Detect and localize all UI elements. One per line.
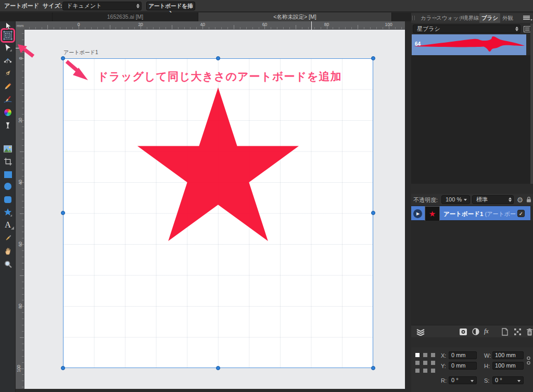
anchor-point-selector[interactable] xyxy=(415,353,435,373)
lock-icon[interactable] xyxy=(525,195,532,204)
layers-stack-icon[interactable] xyxy=(415,327,426,336)
size-label: サイズ: xyxy=(43,0,62,12)
magnifier-icon xyxy=(4,260,12,269)
blend-options-gear-icon[interactable]: ⚙ xyxy=(516,195,524,204)
s-label: S: xyxy=(484,377,489,384)
tools-toolbar: A xyxy=(0,21,16,392)
star-icon xyxy=(3,208,12,217)
brush-category-value: 星ブラシ xyxy=(417,26,440,32)
zoom-tool[interactable] xyxy=(2,258,14,270)
x-label: X: xyxy=(441,352,446,359)
color-wheel-icon xyxy=(4,108,12,117)
stepper-icon[interactable] xyxy=(509,196,512,204)
toolbar-divider xyxy=(37,3,37,9)
mask-layer-icon[interactable] xyxy=(459,327,467,336)
star-tool[interactable] xyxy=(2,207,14,218)
tab-stroke[interactable]: 境界線 xyxy=(463,13,479,23)
brush-preview-item[interactable]: 64 xyxy=(412,34,526,55)
color-picker-tool[interactable] xyxy=(2,232,14,244)
solid-arrow-icon xyxy=(3,43,12,53)
crop-icon xyxy=(4,157,12,166)
hand-tool[interactable] xyxy=(2,245,14,257)
caret-down-icon xyxy=(471,380,474,382)
stepper-icon[interactable] xyxy=(136,2,139,10)
document-tabstrip: 1652635.ai [M] <名称未設定> [M] xyxy=(0,12,411,21)
arrow-to-annotation xyxy=(67,61,88,80)
caret-down-icon xyxy=(517,380,521,382)
artboard-icon xyxy=(3,30,13,41)
eyedropper-icon xyxy=(4,234,12,243)
layers-empty-area xyxy=(411,221,533,325)
link-dimensions-icon[interactable] xyxy=(525,353,531,368)
tab-swatches[interactable]: スウォッチ xyxy=(436,13,464,23)
layer-thumbnail[interactable]: ★ xyxy=(425,206,440,221)
rectangle-tool[interactable] xyxy=(2,169,14,180)
place-image-tool[interactable] xyxy=(2,143,14,155)
brush-list-empty xyxy=(411,55,530,184)
context-toolbar: アートボード サイズ: ドキュメント アートボードを挿入 xyxy=(0,0,533,12)
x-input[interactable]: 0 mm xyxy=(449,351,477,359)
opacity-select[interactable]: 100 % xyxy=(441,195,470,204)
vector-brush-tool[interactable] xyxy=(2,94,14,105)
artboard-tool[interactable] xyxy=(2,30,14,41)
blend-mode-select[interactable]: 標準 xyxy=(472,195,514,204)
caret-down-icon xyxy=(464,199,467,201)
rounded-rectangle-tool[interactable] xyxy=(2,194,14,205)
rotation-select[interactable]: 0 ° xyxy=(449,376,477,384)
panel-divider xyxy=(405,21,411,392)
brush-category-select[interactable]: 星ブラシ xyxy=(413,24,521,33)
tab-appearance[interactable]: 外観 xyxy=(502,13,513,23)
layer-visibility-checkbox[interactable]: ✓ xyxy=(517,210,525,217)
tab-color[interactable]: カラー xyxy=(421,13,437,23)
new-layer-icon[interactable] xyxy=(501,327,509,336)
trash-icon[interactable] xyxy=(525,327,533,336)
opacity-value: 100 % xyxy=(446,196,462,203)
w-input[interactable]: 100 mm xyxy=(492,351,524,359)
fx-icon[interactable]: fx xyxy=(484,327,489,335)
y-label: Y: xyxy=(441,363,446,369)
brush-stroke-preview xyxy=(412,34,526,55)
image-icon xyxy=(3,145,12,153)
doc-tab-active[interactable]: <名称未設定> [M] xyxy=(198,12,392,21)
panel-menu-icon[interactable] xyxy=(523,16,530,21)
y-input[interactable]: 0 mm xyxy=(449,362,477,370)
color-wheel-tool[interactable] xyxy=(2,107,14,118)
adjustment-layer-icon[interactable] xyxy=(472,327,480,336)
pen-icon xyxy=(3,69,12,78)
pencil-tool[interactable] xyxy=(2,81,14,92)
stepper-icon[interactable] xyxy=(515,25,518,33)
hand-icon xyxy=(4,247,12,256)
ellipse-tool[interactable] xyxy=(2,181,14,192)
crop-tool[interactable] xyxy=(2,156,14,167)
doc-tab-inactive[interactable]: 1652635.ai [M] xyxy=(52,12,198,21)
text-tool[interactable]: A xyxy=(2,219,14,231)
brush-icon xyxy=(3,95,12,104)
pattern-layer-icon[interactable] xyxy=(513,327,522,336)
layer-name: アートボード1 (アートボード) xyxy=(443,210,524,218)
shear-select[interactable]: 0 ° xyxy=(492,376,524,384)
star-thumbnail-icon: ★ xyxy=(429,209,436,219)
selection-tool[interactable] xyxy=(2,42,14,54)
text-icon: A xyxy=(5,220,11,230)
h-label: H: xyxy=(484,363,490,369)
layer-row-artboard1[interactable]: ▶ ★ アートボード1 (アートボード) ✓ xyxy=(411,206,530,221)
h-input[interactable]: 100 mm xyxy=(492,362,524,370)
transparency-tool[interactable] xyxy=(2,120,14,131)
glass-icon xyxy=(4,121,12,130)
tab-brushes[interactable]: ブラシ xyxy=(479,13,500,23)
pen-tool[interactable] xyxy=(2,68,14,79)
size-select-value: ドキュメント xyxy=(67,3,102,9)
right-panel: カラー スウォッチ 境界線 ブラシ 外観 星ブラシ 64 xyxy=(411,13,533,392)
opacity-label: 不透明度: xyxy=(413,196,438,204)
panel-scrollbar[interactable] xyxy=(530,23,533,184)
annotation-arrows xyxy=(16,21,405,389)
layer-options-row: 不透明度: 100 % 標準 ⚙ xyxy=(411,194,533,206)
canvas-area[interactable]: mm 020406080100 020406080100 アートボード1 xyxy=(16,21,405,389)
rectangle-icon xyxy=(4,171,12,178)
arrow-to-artboard-tool xyxy=(18,44,33,56)
size-select[interactable]: ドキュメント xyxy=(62,2,142,10)
panel-grip[interactable] xyxy=(412,16,415,20)
insert-artboard-button[interactable]: アートボードを挿入 xyxy=(146,2,195,10)
node-tool[interactable] xyxy=(2,55,14,66)
expand-layer-icon[interactable]: ▶ xyxy=(413,209,422,218)
